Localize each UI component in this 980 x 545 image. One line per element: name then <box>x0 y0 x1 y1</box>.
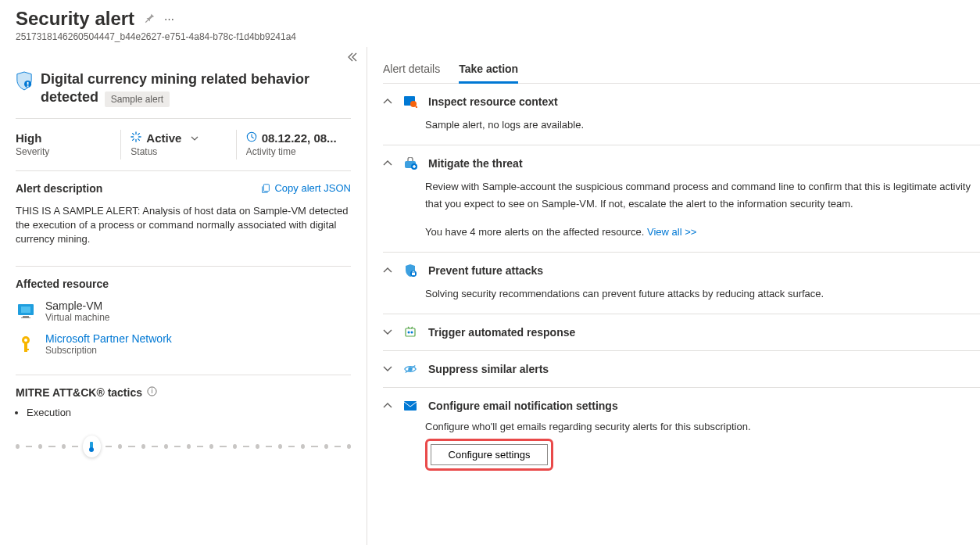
resource-type: Subscription <box>45 345 172 356</box>
page-title: Security alert <box>16 8 134 30</box>
clock-icon <box>246 131 257 145</box>
chevron-down-icon <box>383 327 392 338</box>
alert-id: 2517318146260504447_b44e2627-e751-4a84-b… <box>16 31 964 42</box>
alert-details-panel: Digital currency mining related behavior… <box>0 47 367 545</box>
section-prevent-attacks[interactable]: Prevent future attacks <box>383 264 980 278</box>
svg-text:i: i <box>152 387 153 395</box>
svg-point-18 <box>410 101 417 107</box>
svg-point-24 <box>408 332 410 334</box>
status-dropdown[interactable]: Active Status <box>121 131 235 157</box>
section-title: Suppress similar alerts <box>428 363 549 375</box>
svg-rect-15 <box>90 442 93 448</box>
inspect-body: Sample alert, no logs are available. <box>425 117 980 134</box>
tactic-item: Execution <box>27 407 351 418</box>
svg-rect-2 <box>27 85 29 87</box>
more-icon[interactable]: ⋯ <box>164 13 174 25</box>
affected-resource-vm[interactable]: Sample-VM Virtual machine <box>16 299 351 323</box>
tab-take-action[interactable]: Take action <box>459 56 518 84</box>
suppress-alerts-icon <box>403 362 417 376</box>
section-title: Trigger automated response <box>428 326 575 339</box>
status-value: Active <box>146 131 181 145</box>
activity-time-value: 08.12.22, 08... <box>262 131 337 145</box>
svg-rect-22 <box>412 273 415 275</box>
svg-rect-1 <box>27 82 29 85</box>
severity-label: Severity <box>16 146 111 157</box>
svg-point-25 <box>411 332 413 334</box>
inspect-resource-icon <box>403 95 417 109</box>
prevent-body: Solving security recommendations can pre… <box>425 285 980 303</box>
chevron-down-icon <box>383 364 392 375</box>
info-circle-icon[interactable]: i <box>147 386 157 399</box>
affected-resource-subscription[interactable]: Microsoft Partner Network Subscription <box>16 332 351 356</box>
chevron-up-icon <box>383 158 392 169</box>
pin-icon[interactable] <box>144 13 155 26</box>
sample-alert-badge: Sample alert <box>105 91 170 107</box>
section-configure-email[interactable]: Configure email notification settings <box>383 399 980 413</box>
email-body: Configure who'll get emails regarding se… <box>425 421 980 432</box>
configure-button-highlight: Configure settings <box>425 439 553 471</box>
svg-rect-27 <box>404 401 417 411</box>
tactics-timeline <box>16 436 351 457</box>
mitigate-body: Review with Sample-account the suspiciou… <box>425 178 980 213</box>
svg-rect-6 <box>21 307 30 313</box>
svg-rect-7 <box>23 316 29 317</box>
copy-alert-json-link[interactable]: Copy alert JSON <box>260 182 351 194</box>
status-label: Status <box>131 146 226 157</box>
activity-time-label: Activity time <box>246 146 342 157</box>
affected-resource-title: Affected resource <box>16 278 351 290</box>
timeline-active-step[interactable] <box>83 436 101 457</box>
more-alerts-text: You have 4 more alerts on the affected r… <box>425 226 644 238</box>
svg-rect-12 <box>24 349 29 350</box>
shield-lock-icon <box>403 264 417 278</box>
svg-rect-23 <box>406 328 415 336</box>
severity-value: High <box>16 131 111 145</box>
section-title: Mitigate the threat <box>428 157 523 170</box>
resource-name[interactable]: Microsoft Partner Network <box>45 332 172 345</box>
alert-description-title: Alert description <box>16 182 102 195</box>
svg-point-16 <box>89 447 94 452</box>
email-settings-icon <box>403 399 417 413</box>
section-title: Configure email notification settings <box>428 400 618 412</box>
svg-rect-8 <box>21 317 30 318</box>
section-trigger-automated[interactable]: Trigger automated response <box>383 325 980 339</box>
configure-settings-button[interactable]: Configure settings <box>431 444 548 465</box>
automated-response-icon <box>403 325 417 339</box>
mitigate-threat-icon <box>403 156 417 170</box>
copy-icon <box>260 183 271 194</box>
tab-alert-details[interactable]: Alert details <box>383 56 440 83</box>
section-title: Inspect resource context <box>428 95 558 108</box>
section-suppress-alerts[interactable]: Suppress similar alerts <box>383 362 980 376</box>
take-action-panel: Alert details Take action Inspect resour… <box>367 47 980 545</box>
mitre-tactics-title: MITRE ATT&CK® tactics <box>16 386 142 399</box>
resource-name: Sample-VM <box>45 299 110 312</box>
svg-rect-11 <box>24 343 27 352</box>
chevron-up-icon <box>383 96 392 107</box>
chevron-up-icon <box>383 265 392 276</box>
spinner-icon <box>131 131 141 145</box>
section-inspect-resource[interactable]: Inspect resource context <box>383 95 980 109</box>
svg-rect-4 <box>264 185 270 192</box>
svg-point-10 <box>24 339 27 342</box>
chevron-up-icon <box>383 400 392 411</box>
key-icon <box>16 335 36 353</box>
section-title: Prevent future attacks <box>428 264 543 277</box>
view-all-link[interactable]: View all >> <box>647 226 696 238</box>
alert-description-body: THIS IS A SAMPLE ALERT: Analysis of host… <box>16 204 351 247</box>
shield-alert-icon <box>16 70 33 91</box>
chevron-down-icon <box>191 134 199 142</box>
resource-type: Virtual machine <box>45 312 110 323</box>
vm-icon <box>16 303 36 320</box>
section-mitigate-threat[interactable]: Mitigate the threat <box>383 156 980 170</box>
alert-heading: Digital currency mining related behavior… <box>41 71 309 105</box>
collapse-panel-icon[interactable] <box>346 52 359 66</box>
